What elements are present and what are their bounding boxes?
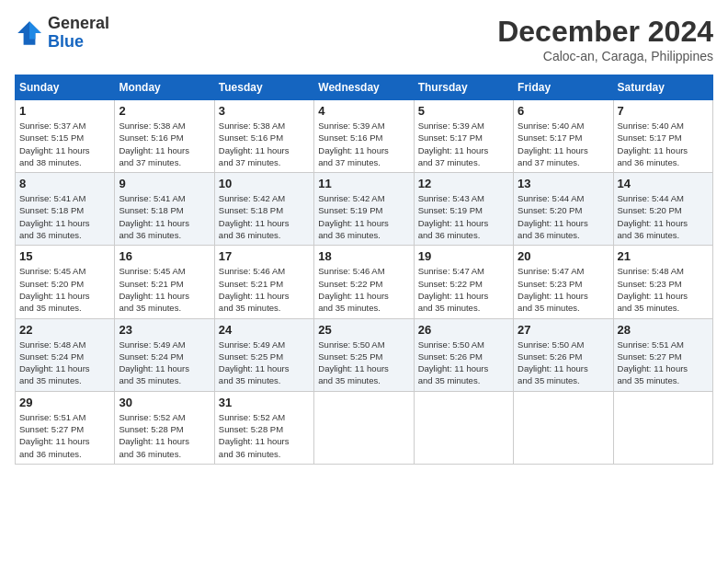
calendar-week-4: 22Sunrise: 5:48 AM Sunset: 5:24 PM Dayli… (16, 318, 713, 391)
day-info: Sunrise: 5:50 AM Sunset: 5:26 PM Dayligh… (418, 339, 509, 387)
column-header-saturday: Saturday (613, 75, 712, 100)
day-info: Sunrise: 5:40 AM Sunset: 5:17 PM Dayligh… (518, 120, 609, 168)
day-number: 1 (19, 104, 110, 118)
calendar-week-3: 15Sunrise: 5:45 AM Sunset: 5:20 PM Dayli… (16, 246, 713, 318)
calendar-cell: 6Sunrise: 5:40 AM Sunset: 5:17 PM Daylig… (514, 100, 613, 173)
calendar-cell: 31Sunrise: 5:52 AM Sunset: 5:28 PM Dayli… (214, 391, 313, 464)
calendar-cell: 15Sunrise: 5:45 AM Sunset: 5:20 PM Dayli… (16, 246, 115, 318)
day-number: 6 (518, 104, 609, 118)
calendar-cell (414, 391, 513, 464)
column-header-wednesday: Wednesday (314, 75, 414, 100)
day-number: 30 (119, 396, 210, 409)
calendar-cell: 30Sunrise: 5:52 AM Sunset: 5:28 PM Dayli… (115, 391, 214, 464)
day-number: 10 (219, 177, 310, 190)
calendar-week-2: 8Sunrise: 5:41 AM Sunset: 5:18 PM Daylig… (16, 173, 713, 246)
calendar-cell: 10Sunrise: 5:42 AM Sunset: 5:18 PM Dayli… (214, 173, 313, 246)
day-info: Sunrise: 5:52 AM Sunset: 5:28 PM Dayligh… (119, 411, 210, 460)
logo-text: General Blue (48, 15, 109, 52)
day-number: 21 (618, 249, 709, 263)
calendar-week-5: 29Sunrise: 5:51 AM Sunset: 5:27 PM Dayli… (16, 391, 713, 464)
calendar-cell (514, 391, 613, 464)
day-info: Sunrise: 5:50 AM Sunset: 5:26 PM Dayligh… (518, 339, 609, 387)
day-number: 19 (418, 249, 509, 263)
calendar-cell: 11Sunrise: 5:42 AM Sunset: 5:19 PM Dayli… (314, 173, 414, 246)
day-info: Sunrise: 5:46 AM Sunset: 5:22 PM Dayligh… (318, 265, 409, 314)
column-header-sunday: Sunday (16, 75, 115, 100)
day-number: 11 (318, 177, 409, 190)
calendar-cell: 28Sunrise: 5:51 AM Sunset: 5:27 PM Dayli… (613, 318, 712, 391)
day-info: Sunrise: 5:45 AM Sunset: 5:20 PM Dayligh… (19, 265, 110, 314)
day-number: 12 (418, 177, 509, 190)
day-number: 26 (418, 323, 509, 337)
day-number: 7 (618, 104, 709, 118)
calendar-cell: 3Sunrise: 5:38 AM Sunset: 5:16 PM Daylig… (214, 100, 313, 173)
day-number: 5 (418, 104, 509, 118)
column-header-friday: Friday (514, 75, 613, 100)
calendar-cell: 5Sunrise: 5:39 AM Sunset: 5:17 PM Daylig… (414, 100, 513, 173)
day-info: Sunrise: 5:38 AM Sunset: 5:16 PM Dayligh… (119, 120, 210, 168)
column-header-thursday: Thursday (414, 75, 513, 100)
column-header-monday: Monday (115, 75, 214, 100)
day-info: Sunrise: 5:52 AM Sunset: 5:28 PM Dayligh… (219, 411, 310, 460)
calendar-cell: 29Sunrise: 5:51 AM Sunset: 5:27 PM Dayli… (16, 391, 115, 464)
day-info: Sunrise: 5:40 AM Sunset: 5:17 PM Dayligh… (618, 120, 709, 168)
calendar-cell: 1Sunrise: 5:37 AM Sunset: 5:15 PM Daylig… (16, 100, 115, 173)
day-info: Sunrise: 5:41 AM Sunset: 5:18 PM Dayligh… (119, 192, 210, 241)
day-info: Sunrise: 5:42 AM Sunset: 5:18 PM Dayligh… (219, 192, 310, 241)
day-number: 2 (119, 104, 210, 118)
day-info: Sunrise: 5:48 AM Sunset: 5:24 PM Dayligh… (19, 339, 110, 387)
day-info: Sunrise: 5:44 AM Sunset: 5:20 PM Dayligh… (518, 192, 609, 241)
day-number: 14 (618, 177, 709, 190)
day-number: 16 (119, 249, 210, 263)
day-info: Sunrise: 5:43 AM Sunset: 5:19 PM Dayligh… (418, 192, 509, 241)
day-info: Sunrise: 5:47 AM Sunset: 5:22 PM Dayligh… (418, 265, 509, 314)
calendar-cell: 20Sunrise: 5:47 AM Sunset: 5:23 PM Dayli… (514, 246, 613, 318)
calendar-cell: 13Sunrise: 5:44 AM Sunset: 5:20 PM Dayli… (514, 173, 613, 246)
day-number: 22 (19, 323, 110, 337)
calendar-cell (314, 391, 414, 464)
day-info: Sunrise: 5:42 AM Sunset: 5:19 PM Dayligh… (318, 192, 409, 241)
day-number: 4 (318, 104, 409, 118)
day-info: Sunrise: 5:51 AM Sunset: 5:27 PM Dayligh… (618, 339, 709, 387)
calendar-cell: 25Sunrise: 5:50 AM Sunset: 5:25 PM Dayli… (314, 318, 414, 391)
day-number: 27 (518, 323, 609, 337)
day-number: 18 (318, 249, 409, 263)
day-number: 3 (219, 104, 310, 118)
day-info: Sunrise: 5:51 AM Sunset: 5:27 PM Dayligh… (19, 411, 110, 460)
calendar-cell: 2Sunrise: 5:38 AM Sunset: 5:16 PM Daylig… (115, 100, 214, 173)
day-number: 25 (318, 323, 409, 337)
day-info: Sunrise: 5:50 AM Sunset: 5:25 PM Dayligh… (318, 339, 409, 387)
day-info: Sunrise: 5:41 AM Sunset: 5:18 PM Dayligh… (19, 192, 110, 241)
calendar-cell: 14Sunrise: 5:44 AM Sunset: 5:20 PM Dayli… (613, 173, 712, 246)
day-number: 20 (518, 249, 609, 263)
day-info: Sunrise: 5:37 AM Sunset: 5:15 PM Dayligh… (19, 120, 110, 168)
calendar-cell: 9Sunrise: 5:41 AM Sunset: 5:18 PM Daylig… (115, 173, 214, 246)
svg-marker-1 (29, 21, 41, 39)
calendar-table: SundayMondayTuesdayWednesdayThursdayFrid… (15, 75, 713, 465)
calendar-cell: 21Sunrise: 5:48 AM Sunset: 5:23 PM Dayli… (613, 246, 712, 318)
calendar-cell: 12Sunrise: 5:43 AM Sunset: 5:19 PM Dayli… (414, 173, 513, 246)
title-area: December 2024 Caloc-an, Caraga, Philippi… (497, 15, 713, 63)
day-number: 29 (19, 396, 110, 409)
calendar-cell: 17Sunrise: 5:46 AM Sunset: 5:21 PM Dayli… (214, 246, 313, 318)
calendar-cell (613, 391, 712, 464)
page-header: General Blue December 2024 Caloc-an, Car… (15, 15, 713, 63)
logo: General Blue (15, 15, 109, 52)
calendar-cell: 16Sunrise: 5:45 AM Sunset: 5:21 PM Dayli… (115, 246, 214, 318)
day-number: 9 (119, 177, 210, 190)
day-info: Sunrise: 5:49 AM Sunset: 5:24 PM Dayligh… (119, 339, 210, 387)
day-info: Sunrise: 5:46 AM Sunset: 5:21 PM Dayligh… (219, 265, 310, 314)
day-info: Sunrise: 5:47 AM Sunset: 5:23 PM Dayligh… (518, 265, 609, 314)
calendar-cell: 26Sunrise: 5:50 AM Sunset: 5:26 PM Dayli… (414, 318, 513, 391)
calendar-week-1: 1Sunrise: 5:37 AM Sunset: 5:15 PM Daylig… (16, 100, 713, 173)
calendar-cell: 22Sunrise: 5:48 AM Sunset: 5:24 PM Dayli… (16, 318, 115, 391)
calendar-cell: 24Sunrise: 5:49 AM Sunset: 5:25 PM Dayli… (214, 318, 313, 391)
day-info: Sunrise: 5:39 AM Sunset: 5:17 PM Dayligh… (418, 120, 509, 168)
logo-icon (15, 18, 44, 48)
day-info: Sunrise: 5:38 AM Sunset: 5:16 PM Dayligh… (219, 120, 310, 168)
location-title: Caloc-an, Caraga, Philippines (497, 49, 713, 63)
column-header-tuesday: Tuesday (214, 75, 313, 100)
day-info: Sunrise: 5:39 AM Sunset: 5:16 PM Dayligh… (318, 120, 409, 168)
day-info: Sunrise: 5:45 AM Sunset: 5:21 PM Dayligh… (119, 265, 210, 314)
month-title: December 2024 (497, 15, 713, 49)
